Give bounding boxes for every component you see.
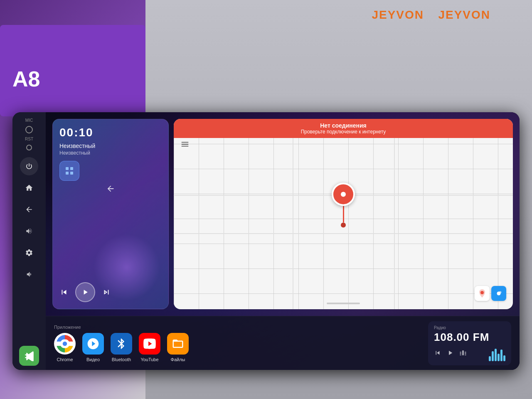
svg-rect-0 — [66, 167, 69, 170]
radio-frequency: 108.00 FM — [434, 331, 505, 344]
app-item-chrome[interactable]: Chrome — [54, 333, 76, 362]
chrome-app-icon[interactable] — [54, 333, 76, 355]
maps-mini-icon[interactable] — [475, 286, 490, 301]
volume-up-button[interactable] — [20, 222, 38, 240]
eq-bar-2 — [492, 351, 494, 361]
bluetooth-app-icon[interactable] — [111, 333, 132, 355]
map-widget: Нет соединения Проверьте подключение к и… — [174, 119, 513, 309]
map-road-vertical-2 — [394, 119, 395, 309]
radio-prev-button[interactable] — [434, 349, 441, 358]
map-scrollbar[interactable] — [327, 303, 360, 304]
map-body — [174, 119, 513, 309]
files-app-label: Файлы — [171, 357, 185, 362]
volume-down-button[interactable] — [20, 265, 38, 283]
app-item-bluetooth[interactable]: Bluetooth — [111, 333, 132, 362]
power-button[interactable] — [20, 157, 38, 175]
prev-track-button[interactable] — [59, 288, 69, 297]
app-item-youtube[interactable]: YouTube — [139, 333, 160, 362]
brand-label-1: JEYVON — [438, 8, 490, 22]
video-app-icon[interactable] — [82, 333, 104, 355]
music-back-button[interactable] — [59, 184, 162, 193]
map-mini-apps — [475, 286, 506, 301]
app-item-video[interactable]: Видео — [82, 333, 104, 362]
map-road-vertical — [293, 119, 293, 309]
radio-play-button[interactable] — [446, 349, 454, 358]
next-track-button[interactable] — [102, 288, 111, 297]
map-error-title: Нет соединения — [177, 122, 510, 129]
settings-button[interactable] — [20, 244, 38, 262]
svg-rect-3 — [70, 172, 73, 175]
svg-point-9 — [63, 341, 67, 346]
equalizer-bars — [489, 346, 505, 361]
bottom-app-bar: Приложение — [46, 316, 520, 370]
svg-rect-2 — [66, 172, 69, 175]
chrome-app-label: Chrome — [57, 357, 73, 362]
map-location-pin — [332, 182, 355, 227]
music-widget: 00:10 Неизвестный Неизвестный — [52, 119, 169, 309]
apps-section: Приложение — [54, 325, 421, 362]
mic-indicator — [25, 126, 33, 133]
play-pause-button[interactable] — [75, 282, 95, 302]
map-menu-icon[interactable] — [180, 140, 190, 151]
youtube-app-label: YouTube — [140, 357, 158, 362]
youtube-app-icon[interactable] — [139, 333, 160, 355]
radio-equalizer-button[interactable] — [459, 349, 467, 358]
assistant-mini-icon[interactable] — [491, 286, 506, 301]
map-pin-head — [332, 182, 355, 206]
files-app-icon[interactable] — [167, 333, 189, 355]
map-pin-stem — [343, 206, 344, 222]
top-widgets-area: 00:10 Неизвестный Неизвестный — [46, 112, 520, 316]
back-button[interactable] — [20, 200, 38, 219]
bluetooth-app-label: Bluetooth — [112, 357, 131, 362]
rst-label: RST — [25, 137, 33, 141]
radio-section: Радио 108.00 FM — [428, 321, 511, 365]
main-content-area: 00:10 Неизвестный Неизвестный — [46, 112, 520, 370]
map-pin-base — [341, 222, 346, 227]
brand-label-2: JEYVON — [372, 8, 424, 22]
device-sidebar: MIC RST — [12, 112, 46, 370]
radio-label: Радио — [434, 325, 505, 330]
music-track-title: Неизвестный — [59, 143, 162, 149]
eq-bar-6 — [503, 355, 505, 361]
eq-bar-3 — [495, 349, 497, 361]
product-model: A8 — [12, 66, 40, 91]
video-app-label: Видео — [86, 357, 100, 362]
eq-bar-1 — [489, 356, 491, 361]
music-controls — [59, 276, 162, 302]
svg-point-6 — [499, 291, 502, 294]
music-track-artist: Неизвестный — [59, 150, 162, 156]
radio-controls — [434, 346, 505, 361]
music-grid-button[interactable] — [59, 161, 79, 181]
map-error-banner: Нет соединения Проверьте подключение к и… — [174, 119, 513, 138]
music-time-display: 00:10 — [59, 126, 162, 139]
rst-indicator — [26, 145, 32, 150]
svg-rect-1 — [70, 167, 73, 170]
eq-bar-5 — [500, 350, 502, 361]
eq-bar-4 — [498, 354, 500, 361]
map-error-subtitle: Проверьте подключение к интернету — [177, 129, 510, 135]
apps-row: Chrome Видео Bluetooth — [54, 333, 189, 362]
map-road-horizontal-2 — [174, 233, 513, 234]
mic-label: MIC — [25, 118, 33, 123]
product-box: A8 — [0, 25, 145, 116]
home-button[interactable] — [20, 179, 38, 197]
apps-section-label: Приложение — [54, 325, 81, 330]
navigation-app-icon[interactable] — [19, 346, 39, 366]
map-pin-dot — [341, 192, 346, 197]
app-item-files[interactable]: Файлы — [167, 333, 189, 362]
car-head-unit: MIC RST — [12, 112, 520, 370]
